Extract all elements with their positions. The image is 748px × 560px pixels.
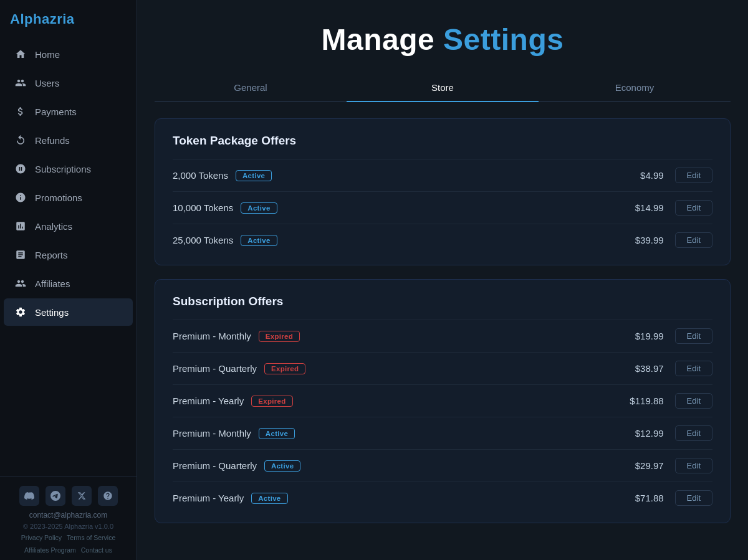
table-row: Premium - Monthly Active $12.99 Edit bbox=[173, 417, 712, 449]
refunds-icon bbox=[14, 133, 27, 147]
offer-row-right: $12.99 Edit bbox=[619, 425, 712, 441]
sidebar-item-promotions[interactable]: Promotions bbox=[4, 184, 133, 211]
offer-name: 10,000 Tokens bbox=[173, 202, 233, 213]
sidebar-logo: Alphazria bbox=[0, 0, 137, 37]
payments-icon bbox=[14, 105, 27, 118]
sidebar-item-affiliates[interactable]: Affiliates bbox=[4, 270, 133, 297]
sidebar-item-settings[interactable]: Settings bbox=[4, 298, 133, 326]
page-title: Manage Settings bbox=[137, 22, 748, 57]
table-row: 2,000 Tokens Active $4.99 Edit bbox=[173, 159, 712, 191]
status-badge: Active bbox=[264, 460, 300, 472]
sidebar-item-reports[interactable]: Reports bbox=[4, 241, 133, 268]
reports-icon bbox=[14, 248, 27, 262]
offer-row-left: Premium - Monthly Active bbox=[173, 428, 295, 439]
table-row: Premium - Quarterly Active $29.97 Edit bbox=[173, 449, 712, 482]
users-icon bbox=[14, 76, 27, 90]
twitter-icon[interactable] bbox=[72, 486, 92, 506]
edit-button[interactable]: Edit bbox=[675, 200, 712, 216]
offer-name: Premium - Quarterly bbox=[173, 460, 257, 471]
page-title-accent: Settings bbox=[443, 23, 563, 56]
edit-button[interactable]: Edit bbox=[675, 328, 712, 344]
offer-row-left: 10,000 Tokens Active bbox=[173, 202, 277, 214]
subscription-offers-title: Subscription Offers bbox=[173, 295, 712, 308]
sidebar-item-label-home: Home bbox=[35, 49, 60, 60]
offer-name: Premium - Quarterly bbox=[173, 363, 257, 374]
sidebar-nav: Home Users Payments Refunds Subscription bbox=[0, 37, 137, 477]
edit-button[interactable]: Edit bbox=[675, 425, 712, 441]
home-icon bbox=[14, 47, 27, 61]
table-row: Premium - Yearly Expired $119.88 Edit bbox=[173, 384, 712, 417]
sidebar-item-label-payments: Payments bbox=[35, 107, 77, 117]
token-packages-card: Token Package Offers 2,000 Tokens Active… bbox=[155, 118, 731, 265]
settings-icon bbox=[14, 305, 27, 319]
offer-row-right: $19.99 Edit bbox=[619, 328, 712, 344]
offer-row-left: 25,000 Tokens Active bbox=[173, 235, 277, 246]
edit-button[interactable]: Edit bbox=[675, 232, 712, 248]
subscription-offers-card: Subscription Offers Premium - Monthly Ex… bbox=[155, 279, 731, 523]
table-row: 10,000 Tokens Active $14.99 Edit bbox=[173, 191, 712, 224]
tab-store[interactable]: Store bbox=[347, 74, 539, 102]
offer-row-right: $71.88 Edit bbox=[619, 490, 712, 506]
offer-row-right: $4.99 Edit bbox=[619, 168, 712, 183]
offer-price: $14.99 bbox=[619, 202, 664, 213]
footer-link-affiliates[interactable]: Affiliates Program bbox=[24, 546, 76, 554]
affiliates-icon bbox=[14, 277, 27, 290]
edit-button[interactable]: Edit bbox=[675, 361, 712, 376]
sidebar-item-label-reports: Reports bbox=[35, 250, 68, 260]
sidebar-item-subscriptions[interactable]: Subscriptions bbox=[4, 155, 133, 183]
sidebar-item-home[interactable]: Home bbox=[4, 40, 133, 68]
footer-copyright: © 2023-2025 Alphazria v1.0.0 bbox=[6, 523, 130, 530]
sidebar-item-label-affiliates: Affiliates bbox=[35, 278, 70, 289]
footer-email: contact@alphazria.com bbox=[6, 511, 130, 520]
offer-row-right: $29.97 Edit bbox=[619, 458, 712, 473]
edit-button[interactable]: Edit bbox=[675, 458, 712, 473]
status-badge: Expired bbox=[259, 331, 300, 342]
offer-name: 2,000 Tokens bbox=[173, 170, 228, 181]
sidebar-item-refunds[interactable]: Refunds bbox=[4, 126, 133, 154]
offer-row-right: $14.99 Edit bbox=[619, 200, 712, 216]
footer-link-privacy[interactable]: Privacy Policy bbox=[21, 534, 62, 541]
offer-name: 25,000 Tokens bbox=[173, 235, 233, 245]
logo-text-accent: azria bbox=[42, 11, 75, 27]
sidebar-item-label-subscriptions: Subscriptions bbox=[35, 164, 91, 174]
offer-row-right: $39.99 Edit bbox=[619, 232, 712, 248]
offer-price: $19.99 bbox=[619, 331, 664, 341]
table-row: 25,000 Tokens Active $39.99 Edit bbox=[173, 224, 712, 256]
sidebar-item-analytics[interactable]: Analytics bbox=[4, 212, 133, 240]
offer-name: Premium - Yearly bbox=[173, 396, 244, 406]
edit-button[interactable]: Edit bbox=[675, 168, 712, 183]
status-badge: Active bbox=[236, 170, 272, 181]
sidebar-item-label-users: Users bbox=[35, 78, 59, 88]
offer-row-left: 2,000 Tokens Active bbox=[173, 170, 272, 181]
page-title-main: Manage bbox=[322, 23, 435, 56]
footer-link-terms[interactable]: Terms of Service bbox=[67, 534, 115, 541]
footer-link-contact[interactable]: Contact us bbox=[81, 546, 112, 554]
subscriptions-icon bbox=[14, 162, 27, 176]
sidebar-item-label-analytics: Analytics bbox=[35, 221, 72, 232]
token-packages-title: Token Package Offers bbox=[173, 134, 712, 148]
offer-row-left: Premium - Quarterly Active bbox=[173, 460, 300, 472]
footer-links: Privacy Policy Terms of Service Affiliat… bbox=[6, 534, 130, 554]
page-header: Manage Settings bbox=[137, 0, 748, 74]
status-badge: Expired bbox=[251, 396, 292, 407]
telegram-icon[interactable] bbox=[46, 486, 65, 506]
tabs-bar: General Store Economy bbox=[155, 74, 731, 102]
main-content: Manage Settings General Store Economy To… bbox=[137, 0, 748, 560]
offer-price: $12.99 bbox=[619, 428, 664, 439]
offer-row-left: Premium - Monthly Expired bbox=[173, 331, 300, 342]
help-icon[interactable] bbox=[98, 486, 118, 506]
sidebar-item-users[interactable]: Users bbox=[4, 69, 133, 97]
sidebar-item-payments[interactable]: Payments bbox=[4, 98, 133, 125]
sidebar-item-label-refunds: Refunds bbox=[35, 135, 70, 146]
tab-general[interactable]: General bbox=[155, 74, 347, 102]
offer-name: Premium - Yearly bbox=[173, 493, 244, 503]
logo-text-main: Alph bbox=[10, 11, 42, 27]
offer-row-left: Premium - Yearly Active bbox=[173, 493, 288, 504]
edit-button[interactable]: Edit bbox=[675, 393, 712, 409]
analytics-icon bbox=[14, 219, 27, 233]
edit-button[interactable]: Edit bbox=[675, 490, 712, 506]
offer-price: $38.97 bbox=[619, 363, 664, 374]
offer-row-left: Premium - Quarterly Expired bbox=[173, 363, 305, 374]
discord-icon[interactable] bbox=[19, 486, 39, 506]
tab-economy[interactable]: Economy bbox=[539, 74, 731, 102]
